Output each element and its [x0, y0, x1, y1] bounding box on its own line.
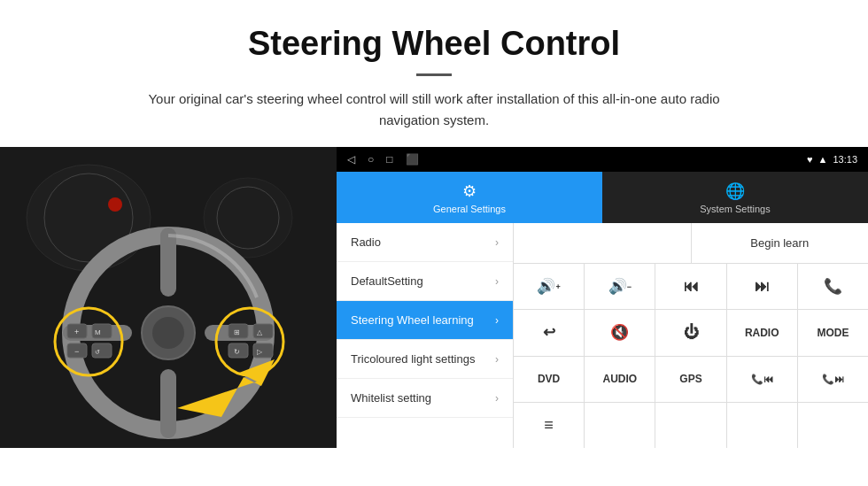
system-settings-icon: 🌐 — [725, 181, 745, 201]
menu-tricoloured-label: Tricoloured light settings — [351, 352, 475, 366]
status-bar-nav: ◁ ○ □ ⬛ — [347, 153, 419, 166]
clock: 13:13 — [833, 154, 857, 165]
steering-wheel-svg: + − M ↺ ⊞ ↻ △ ▷ — [0, 147, 337, 448]
svg-text:△: △ — [257, 328, 263, 336]
svg-text:M: M — [95, 328, 101, 336]
volume-up-btn[interactable]: 🔊+ — [514, 264, 585, 309]
menu-whitelist-label: Whitelist setting — [351, 391, 431, 405]
recent-nav-icon[interactable]: □ — [386, 153, 392, 166]
svg-text:↺: ↺ — [95, 349, 100, 355]
prev-track-btn[interactable]: ⏮ — [655, 264, 726, 309]
controls-top: Begin learn — [514, 223, 868, 264]
status-bar-info: ♥ ▲ 13:13 — [807, 154, 857, 165]
svg-text:▷: ▷ — [257, 348, 263, 356]
menu-nav-icon[interactable]: ⬛ — [406, 153, 419, 166]
chevron-icon: › — [495, 275, 499, 288]
menu-radio-label: Radio — [351, 235, 381, 249]
content-area: Radio › DefaultSetting › Steering Wheel … — [337, 223, 868, 448]
chevron-icon: › — [495, 392, 499, 405]
signal-icon: ♥ — [807, 154, 813, 165]
tab-system-label: System Settings — [700, 204, 770, 214]
radio-btn[interactable]: RADIO — [727, 310, 798, 355]
mode-btn[interactable]: MODE — [798, 310, 868, 355]
chevron-icon: › — [495, 236, 499, 249]
volume-down-btn[interactable]: 🔊− — [585, 264, 655, 309]
empty-cell-2 — [585, 403, 655, 448]
tab-general-label: General Settings — [433, 204, 506, 214]
svg-point-1 — [27, 165, 151, 271]
return-btn[interactable]: ↩ — [514, 310, 585, 355]
svg-text:−: − — [74, 347, 79, 356]
phone-next-btn[interactable]: 📞⏭ — [798, 357, 868, 402]
menu-item-steering[interactable]: Steering Wheel learning › — [337, 301, 513, 340]
status-bar: ◁ ○ □ ⬛ ♥ ▲ 13:13 — [337, 147, 868, 172]
audio-btn[interactable]: AUDIO — [585, 357, 655, 402]
svg-point-5 — [108, 197, 122, 212]
header-section: Steering Wheel Control Your original car… — [0, 0, 868, 147]
next-track-btn[interactable]: ⏭ — [727, 264, 798, 309]
phone-btn[interactable]: 📞 — [798, 264, 868, 309]
control-row-1: 🔊+ 🔊− ⏮ ⏭ 📞 — [514, 264, 868, 310]
title-divider — [416, 73, 452, 76]
page-title: Steering Wheel Control — [53, 25, 815, 63]
power-btn[interactable]: ⏻ — [655, 310, 726, 355]
phone-prev-btn[interactable]: 📞⏮ — [727, 357, 798, 402]
menu-item-tricoloured[interactable]: Tricoloured light settings › — [337, 340, 513, 379]
tab-bar: ⚙ General Settings 🌐 System Settings — [337, 172, 868, 223]
empty-cell-3 — [655, 403, 726, 448]
begin-learn-button[interactable]: Begin learn — [692, 223, 869, 263]
back-nav-icon[interactable]: ◁ — [347, 153, 355, 166]
menu-item-default[interactable]: DefaultSetting › — [337, 262, 513, 301]
control-row-4: ≡ — [514, 403, 868, 448]
control-row-3: DVD AUDIO GPS 📞⏮ 📞⏭ — [514, 357, 868, 403]
tab-general-settings[interactable]: ⚙ General Settings — [337, 172, 602, 223]
controls-rows: 🔊+ 🔊− ⏮ ⏭ 📞 ↩ 🔇 ⏻ RADIO MODE — [514, 264, 868, 448]
menu-item-whitelist[interactable]: Whitelist setting › — [337, 379, 513, 418]
empty-slot — [514, 223, 692, 263]
menu-item-radio[interactable]: Radio › — [337, 223, 513, 262]
tab-system-settings[interactable]: 🌐 System Settings — [602, 172, 868, 223]
empty-cell-5 — [798, 403, 868, 448]
main-content: + − M ↺ ⊞ ↻ △ ▷ — [0, 147, 868, 448]
chevron-icon: › — [495, 314, 499, 327]
menu-default-label: DefaultSetting — [351, 274, 423, 288]
home-nav-icon[interactable]: ○ — [368, 153, 374, 166]
android-ui: ◁ ○ □ ⬛ ♥ ▲ 13:13 ⚙ General Settings — [337, 147, 868, 448]
chevron-icon: › — [495, 353, 499, 366]
page-container: Steering Wheel Control Your original car… — [0, 0, 868, 448]
list-icon-btn[interactable]: ≡ — [514, 403, 585, 448]
svg-text:↻: ↻ — [234, 348, 240, 356]
mute-btn[interactable]: 🔇 — [585, 310, 655, 355]
subtitle-text: Your original car's steering wheel contr… — [133, 89, 735, 131]
svg-text:+: + — [74, 328, 79, 336]
left-menu: Radio › DefaultSetting › Steering Wheel … — [337, 223, 514, 448]
dvd-btn[interactable]: DVD — [514, 357, 585, 402]
wifi-icon: ▲ — [818, 154, 828, 165]
car-image-section: + − M ↺ ⊞ ↻ △ ▷ — [0, 147, 337, 448]
general-settings-icon: ⚙ — [462, 181, 477, 201]
gps-btn[interactable]: GPS — [655, 357, 726, 402]
svg-text:⊞: ⊞ — [234, 328, 240, 336]
svg-point-12 — [152, 317, 184, 349]
empty-cell-4 — [727, 403, 798, 448]
menu-steering-label: Steering Wheel learning — [351, 313, 474, 327]
control-row-2: ↩ 🔇 ⏻ RADIO MODE — [514, 310, 868, 356]
right-controls: Begin learn 🔊+ 🔊− ⏮ ⏭ 📞 — [514, 223, 868, 448]
